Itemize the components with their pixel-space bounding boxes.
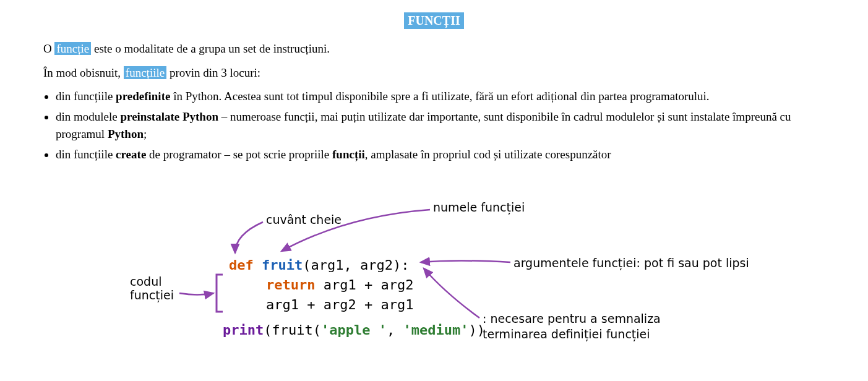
p1-pre: O bbox=[43, 42, 54, 55]
function-diagram: cuvânt cheie numele funcției codul funcț… bbox=[37, 200, 841, 381]
code-str2: 'medium' bbox=[403, 322, 468, 338]
b2-a: din modulele bbox=[56, 110, 120, 123]
code-comma: , bbox=[387, 322, 403, 338]
code-line-1: def fruit(arg1, arg2): bbox=[229, 256, 409, 275]
b3-bold2: funcții bbox=[332, 148, 365, 161]
code-call-name: fruit bbox=[272, 322, 312, 338]
code-line3-text: arg1 + arg2 + arg1 bbox=[266, 297, 413, 312]
code-call-open: ( bbox=[264, 322, 272, 338]
b3-b: de programator – se pot scrie propriile bbox=[146, 148, 332, 161]
code-call-paren: ( bbox=[313, 322, 321, 338]
b2-bold1: preinstalate Python bbox=[120, 110, 218, 123]
label-function-body: codul funcției bbox=[130, 275, 174, 302]
title-wrap: FUNCȚII bbox=[37, 12, 831, 29]
code-line-3: arg1 + arg2 + arg1 bbox=[266, 296, 413, 315]
page: FUNCȚII O funcție este o modalitate de a… bbox=[0, 0, 868, 381]
code-sig-close: ): bbox=[393, 257, 410, 273]
p2-pre: În mod obisnuit, bbox=[43, 66, 124, 79]
code-call-close: )) bbox=[468, 322, 485, 338]
label-arguments: argumentele funcției: pot fi sau pot lip… bbox=[513, 256, 749, 270]
p2-post: provin din 3 locuri: bbox=[166, 66, 260, 79]
p2-highlight: funcțiile bbox=[124, 66, 166, 79]
bullet-1: din funcțiile predefinite în Python. Ace… bbox=[56, 88, 831, 106]
code-line-2: return arg1 + arg2 bbox=[266, 276, 413, 295]
label-colon-line2: terminarea definiției funcției bbox=[483, 327, 650, 341]
code-function-name: fruit bbox=[262, 257, 303, 273]
code-print-keyword: print bbox=[223, 322, 264, 338]
label-function-name: numele funcției bbox=[433, 200, 525, 214]
b1-bold: predefinite bbox=[116, 90, 170, 103]
b1-a: din funcțiile bbox=[56, 90, 116, 103]
b2-c: ; bbox=[144, 127, 147, 140]
label-colon-line1: : necesare pentru a semnaliza bbox=[483, 312, 661, 325]
code-sig-open: ( bbox=[303, 257, 311, 273]
bullet-2: din modulele preinstalate Python – numer… bbox=[56, 108, 831, 143]
code-return-expr: arg1 + arg2 bbox=[315, 277, 413, 293]
bullet-3: din funcțiile create de programator – se… bbox=[56, 146, 831, 164]
b1-b: în Python. Acestea sunt tot timpul dispo… bbox=[170, 90, 709, 103]
page-title: FUNCȚII bbox=[404, 12, 463, 29]
p1-highlight: funcție bbox=[54, 42, 91, 55]
b2-bold2: Python bbox=[108, 127, 144, 140]
bullet-list: din funcțiile predefinite în Python. Ace… bbox=[37, 88, 831, 163]
b3-bold1: create bbox=[116, 148, 146, 161]
code-return-keyword: return bbox=[266, 277, 315, 293]
code-str1: 'apple ' bbox=[321, 322, 387, 338]
p1-post: este o modalitate de a grupa un set de i… bbox=[91, 42, 330, 55]
code-def-keyword: def bbox=[229, 257, 254, 273]
label-keyword: cuvânt cheie bbox=[266, 213, 342, 226]
b3-a: din funcțiile bbox=[56, 148, 116, 161]
paragraph-1: O funcție este o modalitate de a grupa u… bbox=[43, 40, 831, 58]
code-sig-args: arg1, arg2 bbox=[311, 257, 392, 273]
b3-c: , amplasate în propriul cod și utilizate… bbox=[365, 148, 611, 161]
code-line-4: print(fruit('apple ', 'medium')) bbox=[223, 321, 485, 340]
paragraph-2: În mod obisnuit, funcțiile provin din 3 … bbox=[43, 64, 831, 82]
